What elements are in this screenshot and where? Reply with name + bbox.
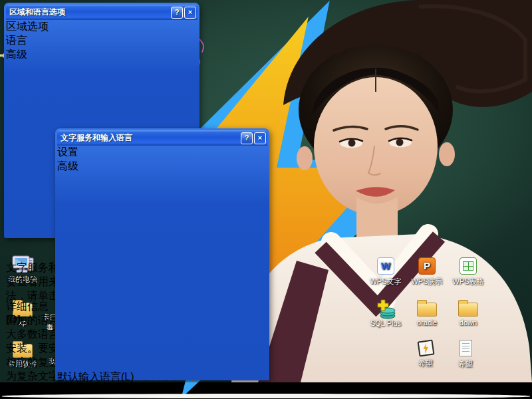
dialog2-body: 设置 高级 默认输入语言(L) 选择计算机启动时要使用的一个已安装的输入语言。 … — [57, 146, 267, 378]
desktop-icon-oracle[interactable]: oracle — [406, 299, 448, 328]
desktop-icon-winamp[interactable]: 希望 — [404, 338, 447, 368]
group-default-input-language: 默认输入语言(L) 选择计算机启动时要使用的一个已安装的输入语言。 中文(中国)… — [57, 370, 250, 382]
desktop-icon-wps-writer[interactable]: W WPS文字 — [364, 256, 407, 287]
icon-label: WPS演示 — [406, 277, 448, 287]
help-button[interactable]: ? — [241, 132, 253, 144]
desktop-icon-sqlplus[interactable]: SQL Plus — [364, 299, 407, 329]
desktop-icon-notepad-file[interactable]: 希望 — [444, 337, 487, 369]
sqlplus-icon — [375, 299, 396, 319]
dialog1-titlebar[interactable]: 区域和语言选项 ? × — [6, 5, 198, 20]
desktop: 我的电脑 xp 常用软件 卡巴 毒 我 W WPS文字 P WPS演示 WPS表… — [0, 0, 532, 382]
dialog-text-services-input-languages: 文字服务和输入语言 ? × 设置 高级 默认输入语言(L) 选择计算机启动时要使… — [55, 128, 269, 380]
wps-spreadsheet-icon — [460, 257, 477, 275]
icon-label: oracle — [406, 319, 448, 328]
desktop-icon-wps-spreadsheet[interactable]: WPS表格 — [447, 256, 489, 287]
icon-label: down — [447, 319, 489, 328]
icon-label: WPS表格 — [447, 277, 489, 287]
text-file-icon — [460, 340, 472, 356]
tab-settings[interactable]: 设置 — [57, 146, 267, 160]
help-button[interactable]: ? — [171, 7, 183, 19]
tab-advanced[interactable]: 高级 — [57, 160, 267, 174]
group-title: 默认输入语言(L) — [57, 370, 250, 382]
dialog2-tab-panel — [57, 174, 261, 370]
dialog2-title: 文字服务和输入语言 — [61, 132, 132, 144]
icon-label: 希望 — [444, 360, 487, 369]
dialog2-titlebar[interactable]: 文字服务和输入语言 ? × — [57, 130, 267, 146]
icon-label: 希望 — [404, 359, 447, 368]
desktop-icon-down[interactable]: down — [447, 299, 489, 328]
desktop-icon-wps-presentation[interactable]: P WPS演示 — [406, 256, 448, 287]
icon-label: WPS文字 — [364, 277, 407, 287]
winamp-icon — [417, 340, 434, 357]
details-button[interactable]: 详细信息(D)... — [6, 300, 55, 314]
tab-languages[interactable]: 语言 — [6, 34, 198, 48]
tab-advanced[interactable]: 高级 — [6, 48, 198, 62]
folder-icon — [458, 303, 478, 317]
close-button[interactable]: × — [184, 7, 196, 19]
wps-writer-icon: W — [377, 257, 394, 275]
folder-icon — [417, 303, 437, 317]
icon-label: SQL Plus — [364, 319, 407, 329]
tab-regional-options[interactable]: 区域选项 — [6, 20, 198, 34]
close-button[interactable]: × — [254, 132, 266, 144]
wps-presentation-icon: P — [418, 257, 436, 275]
dialog1-title: 区域和语言选项 — [9, 7, 65, 18]
